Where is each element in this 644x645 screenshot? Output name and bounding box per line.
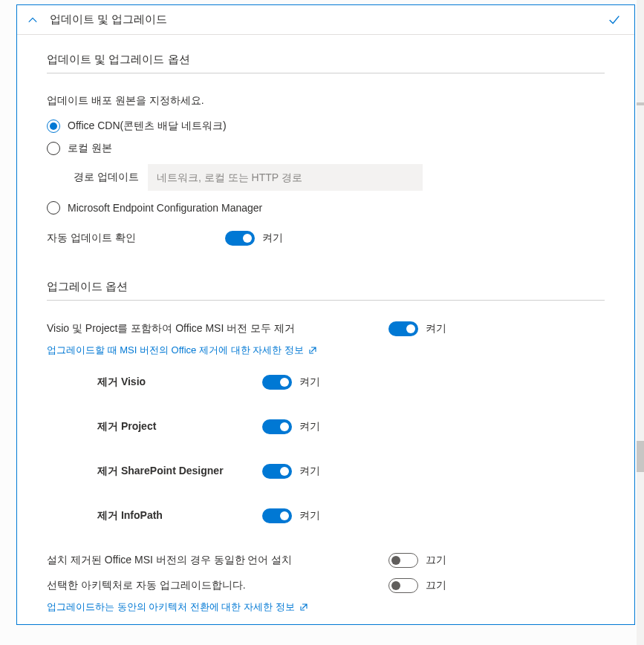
remove-msi-label: Visio 및 Project를 포함하여 Office MSI 버전 모두 제… bbox=[47, 322, 388, 335]
link-text: 업그레이드할 때 MSI 버전의 Office 제거에 대한 자세한 정보 bbox=[47, 344, 304, 357]
toggle-state: 끄기 bbox=[426, 554, 446, 567]
radio-local-source[interactable]: 로컬 원본 bbox=[47, 142, 605, 155]
external-link-icon bbox=[308, 346, 317, 355]
panel-title: 업데이트 및 업그레이드 bbox=[50, 13, 608, 27]
radio-label: Office CDN(콘텐츠 배달 네트워크) bbox=[68, 119, 227, 133]
panel-content: 업데이트 및 업그레이드 옵션 업데이트 배포 원본을 지정하세요. Offic… bbox=[17, 35, 634, 624]
scrollbar-track[interactable] bbox=[637, 0, 644, 645]
auto-arch-toggle[interactable] bbox=[388, 578, 418, 593]
remove-project-row: 제거 Project 켜기 bbox=[47, 419, 605, 434]
auto-update-label: 자동 업데이트 확인 bbox=[47, 232, 225, 245]
radio-icon bbox=[47, 119, 60, 133]
remove-visio-row: 제거 Visio 켜기 bbox=[47, 375, 605, 390]
scrollbar-thumb[interactable] bbox=[637, 441, 644, 472]
auto-update-check-row: 자동 업데이트 확인 켜기 bbox=[47, 231, 605, 246]
same-language-label: 설치 제거된 Office MSI 버전의 경우 동일한 언어 설치 bbox=[47, 554, 388, 567]
chevron-up-icon bbox=[27, 15, 38, 25]
remove-infopath-row: 제거 InfoPath 켜기 bbox=[47, 508, 605, 523]
toggle-state: 켜기 bbox=[426, 322, 446, 335]
section-heading-upgrade: 업그레이드 옵션 bbox=[47, 280, 605, 301]
remove-msi-row: Visio 및 Project를 포함하여 Office MSI 버전 모두 제… bbox=[47, 321, 605, 336]
radio-label: Microsoft Endpoint Configuration Manager bbox=[68, 202, 262, 214]
radio-office-cdn[interactable]: Office CDN(콘텐츠 배달 네트워크) bbox=[47, 119, 605, 133]
remove-spd-label: 제거 SharePoint Designer bbox=[47, 465, 262, 478]
link-text: 업그레이드하는 동안의 아키텍처 전환에 대한 자세한 정보 bbox=[47, 600, 295, 614]
check-icon bbox=[608, 13, 621, 27]
instruction-text: 업데이트 배포 원본을 지정하세요. bbox=[47, 94, 605, 108]
update-path-label: 경로 업데이트 bbox=[74, 171, 148, 184]
update-path-row: 경로 업데이트 bbox=[74, 164, 605, 191]
same-language-toggle[interactable] bbox=[388, 553, 418, 568]
external-link-icon bbox=[299, 603, 308, 612]
msi-info-link[interactable]: 업그레이드할 때 MSI 버전의 Office 제거에 대한 자세한 정보 bbox=[47, 344, 605, 357]
remove-msi-toggle[interactable] bbox=[388, 321, 418, 336]
toggle-state: 끄기 bbox=[426, 579, 446, 592]
remove-spd-toggle[interactable] bbox=[262, 464, 292, 479]
remove-spd-row: 제거 SharePoint Designer 켜기 bbox=[47, 464, 605, 479]
arch-info-link[interactable]: 업그레이드하는 동안의 아키텍처 전환에 대한 자세한 정보 bbox=[47, 600, 605, 614]
toggle-state: 켜기 bbox=[299, 509, 320, 523]
auto-arch-row: 선택한 아키텍처로 자동 업그레이드합니다. 끄기 bbox=[47, 578, 605, 593]
radio-mecm[interactable]: Microsoft Endpoint Configuration Manager bbox=[47, 201, 605, 215]
remove-visio-label: 제거 Visio bbox=[47, 376, 262, 389]
auto-update-toggle[interactable] bbox=[225, 231, 255, 246]
scrollbar-thumb[interactable] bbox=[637, 102, 644, 105]
radio-icon bbox=[47, 201, 60, 215]
radio-label: 로컬 원본 bbox=[68, 142, 112, 155]
toggle-state: 켜기 bbox=[299, 420, 320, 433]
update-upgrade-panel: 업데이트 및 업그레이드 업데이트 및 업그레이드 옵션 업데이트 배포 원본을… bbox=[16, 4, 635, 625]
toggle-state: 켜기 bbox=[262, 232, 283, 245]
toggle-state: 켜기 bbox=[299, 465, 320, 478]
update-path-input[interactable] bbox=[148, 164, 423, 191]
remove-project-toggle[interactable] bbox=[262, 419, 292, 434]
panel-header[interactable]: 업데이트 및 업그레이드 bbox=[17, 5, 634, 35]
remove-infopath-toggle[interactable] bbox=[262, 508, 292, 523]
remove-project-label: 제거 Project bbox=[47, 420, 262, 433]
toggle-state: 켜기 bbox=[299, 376, 320, 389]
auto-arch-label: 선택한 아키텍처로 자동 업그레이드합니다. bbox=[47, 579, 388, 592]
section-heading-update: 업데이트 및 업그레이드 옵션 bbox=[47, 53, 605, 73]
same-language-row: 설치 제거된 Office MSI 버전의 경우 동일한 언어 설치 끄기 bbox=[47, 553, 605, 568]
remove-infopath-label: 제거 InfoPath bbox=[47, 509, 262, 523]
remove-visio-toggle[interactable] bbox=[262, 375, 292, 390]
radio-icon bbox=[47, 142, 60, 155]
